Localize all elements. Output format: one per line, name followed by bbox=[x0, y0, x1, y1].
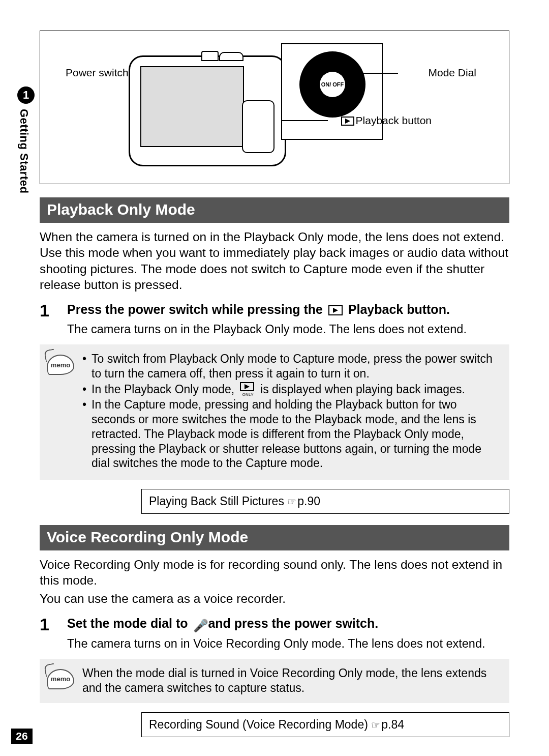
leader-line bbox=[347, 73, 398, 74]
cross-reference-text: Playing Back Still Pictures bbox=[149, 495, 287, 508]
section-header-voice: Voice Recording Only Mode bbox=[40, 525, 509, 550]
microphone-icon: 🎤 bbox=[193, 618, 202, 633]
step-title-part-b: Playback button. bbox=[345, 302, 450, 316]
playback-only-icon: ONLY bbox=[240, 382, 255, 396]
step-title: Set the mode dial to 🎤 and press the pow… bbox=[67, 616, 378, 633]
memo-item: In the Playback Only mode, ONLY is displ… bbox=[82, 382, 500, 397]
shutter-icon bbox=[219, 52, 243, 61]
memo-body: To switch from Playback Only mode to Cap… bbox=[82, 352, 500, 472]
playback-button-label-text: Playback button bbox=[356, 114, 432, 126]
section-header-playback: Playback Only Mode bbox=[40, 197, 509, 223]
step-title-part-b: and press the power switch. bbox=[204, 616, 378, 630]
step-description: The camera turns on in Voice Recording O… bbox=[67, 636, 509, 652]
memo-item: In the Capture mode, pressing and holdin… bbox=[82, 397, 500, 471]
voice-intro-text-1: Voice Recording Only mode is for recordi… bbox=[40, 557, 509, 589]
cross-reference-text: Recording Sound (Voice Recording Mode) bbox=[149, 718, 371, 731]
playback-icon bbox=[341, 117, 354, 126]
page-ref-icon: ☞ bbox=[371, 719, 380, 731]
memo-text-a: In the Playback Only mode, bbox=[92, 383, 238, 396]
memo-block-voice: memo When the mode dial is turned in Voi… bbox=[40, 659, 509, 704]
camera-diagram-box: Power switch OK ON/ OFF Mode Dial Playba… bbox=[40, 31, 509, 184]
step-number: 1 bbox=[40, 302, 67, 319]
mode-dial-icon: ON/ OFF bbox=[299, 51, 365, 118]
power-switch-icon bbox=[201, 51, 219, 61]
cross-reference-page: p.90 bbox=[297, 495, 320, 508]
voice-intro-text-2: You can use the camera as a voice record… bbox=[40, 591, 509, 606]
cross-reference-box: Playing Back Still Pictures ☞p.90 bbox=[141, 489, 509, 514]
only-label: ONLY bbox=[240, 392, 256, 397]
memo-body: When the mode dial is turned in Voice Re… bbox=[82, 666, 500, 695]
mode-dial-center-label: ON/ OFF bbox=[320, 72, 345, 97]
playback-intro-text: When the camera is turned on in the Play… bbox=[40, 229, 509, 293]
page-number: 26 bbox=[11, 729, 33, 744]
chapter-number-badge: 1 bbox=[17, 86, 35, 104]
page-ref-icon: ☞ bbox=[287, 496, 296, 508]
step-number: 1 bbox=[40, 616, 67, 633]
voice-step-1: 1 Set the mode dial to 🎤 and press the p… bbox=[40, 616, 509, 633]
manual-page: 1 Getting Started Power switch OK ON/ OF… bbox=[0, 0, 549, 756]
memo-icon: memo bbox=[47, 355, 77, 375]
memo-item: To switch from Playback Only mode to Cap… bbox=[82, 352, 500, 381]
playback-icon bbox=[328, 305, 343, 315]
camera-diagram: Power switch OK ON/ OFF Mode Dial Playba… bbox=[52, 41, 497, 172]
mode-dial-label: Mode Dial bbox=[428, 67, 476, 79]
playback-step-1: 1 Press the power switch while pressing … bbox=[40, 302, 509, 319]
playback-button-label: Playback button bbox=[341, 114, 432, 127]
leader-line bbox=[282, 120, 328, 121]
cross-reference-box: Recording Sound (Voice Recording Mode) ☞… bbox=[141, 712, 509, 737]
ok-button-icon: OK bbox=[250, 133, 268, 152]
memo-text-b: is displayed when playing back images. bbox=[257, 383, 465, 396]
chapter-title: Getting Started bbox=[17, 109, 30, 193]
memo-block-playback: memo To switch from Playback Only mode t… bbox=[40, 344, 509, 480]
cross-reference-page: p.84 bbox=[381, 718, 404, 731]
step-title-part-a: Set the mode dial to bbox=[67, 616, 191, 630]
power-switch-label: Power switch bbox=[66, 67, 129, 79]
step-description: The camera turns on in the Playback Only… bbox=[67, 322, 509, 337]
chapter-tab: 1 Getting Started bbox=[17, 86, 35, 193]
step-title-part-a: Press the power switch while pressing th… bbox=[67, 302, 326, 316]
step-title: Press the power switch while pressing th… bbox=[67, 302, 450, 319]
memo-icon: memo bbox=[47, 669, 77, 689]
camera-illustration: OK bbox=[129, 55, 286, 166]
